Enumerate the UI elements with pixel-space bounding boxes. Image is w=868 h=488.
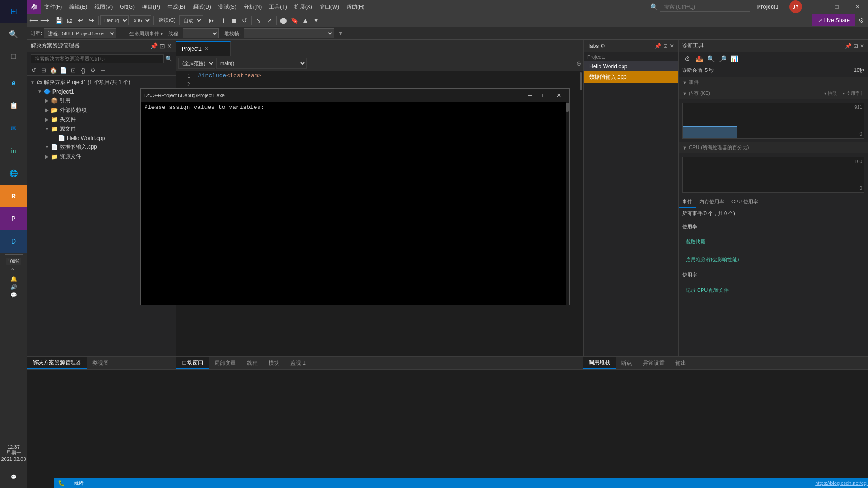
collapse-btn[interactable]: ⊟ (39, 66, 48, 75)
show-files-btn[interactable]: 📄 (59, 66, 68, 75)
refresh-btn[interactable]: ↺ (29, 66, 38, 75)
blog-link[interactable]: https://blog.csdn.net/qq_50662834 (811, 480, 868, 486)
menu-git[interactable]: Git(G) (116, 2, 138, 12)
hello-world-tab-item[interactable]: Hello World.cpp (584, 61, 678, 71)
float-btn[interactable]: ⊡ (160, 42, 165, 50)
member-dropdown[interactable]: main() (216, 58, 307, 69)
expand-references-icon[interactable]: ▶ (43, 98, 51, 103)
nav-down-btn[interactable]: ▼ (311, 15, 321, 25)
menu-view[interactable]: 视图(V) (91, 1, 116, 13)
diag-zoom-out-btn[interactable]: 🔎 (717, 54, 727, 64)
undo-btn[interactable]: ↩ (75, 15, 85, 25)
close-tab-icon[interactable]: ✕ (204, 46, 208, 51)
data-input-tab-item[interactable]: 数据的输入.cpp (584, 71, 678, 83)
debug-status-icon[interactable]: 🐛 (54, 478, 70, 488)
console-close-btn[interactable]: ✕ (552, 90, 566, 101)
save-btn[interactable]: 💾 (54, 15, 64, 25)
bottom-solution-tab[interactable]: 解决方案资源管理器 (27, 357, 87, 369)
menu-edit[interactable]: 编辑(E) (66, 1, 91, 13)
bottom-classview-tab[interactable]: 类视图 (87, 357, 114, 369)
minimize-button[interactable]: ─ (806, 0, 826, 14)
diag-tab-memory[interactable]: 内存使用率 (696, 197, 728, 208)
show-desktop-button[interactable]: 💬 (0, 465, 27, 488)
task-view-button[interactable]: ❑ (0, 45, 27, 68)
console-minimize-btn[interactable]: ─ (523, 90, 537, 101)
locals-tab[interactable]: 局部变量 (209, 357, 241, 369)
config-dropdown[interactable]: Debug (100, 15, 129, 25)
desktop-button[interactable]: D (0, 230, 27, 253)
console-scroll-thumb[interactable] (566, 103, 569, 112)
maximize-button[interactable]: □ (826, 0, 847, 14)
diag-settings-btn[interactable]: ⚙ (682, 54, 692, 64)
auto-dropdown[interactable]: 自动 (179, 15, 203, 25)
close-panel-btn[interactable]: ✕ (167, 42, 172, 50)
continue-btn[interactable]: 继续(C) (156, 15, 179, 25)
minus-btn[interactable]: ─ (99, 66, 108, 75)
vs-button[interactable]: P (0, 207, 27, 230)
auto-window-tab[interactable]: 自动窗口 (176, 357, 209, 369)
watch1-tab[interactable]: 监视 1 (285, 357, 311, 369)
stop-btn[interactable]: ⏹ (229, 15, 239, 25)
expand-sources-icon[interactable]: ▼ (43, 127, 51, 131)
pin-btn[interactable]: 📌 (150, 42, 158, 50)
platform-dropdown[interactable]: x86 (130, 15, 151, 25)
capture-snapshot-btn[interactable]: 截取快照 (682, 237, 864, 247)
solution-root-item[interactable]: ▼ 🗂 解决方案'Project1'(1 个项目/共 1 个) (27, 78, 176, 87)
menu-help[interactable]: 帮助(H) (343, 1, 368, 13)
expand-project-icon[interactable]: ▼ (36, 89, 43, 94)
linkedin-button[interactable]: in (0, 140, 27, 162)
scope-dropdown[interactable]: (全局范围) (178, 58, 215, 69)
editor-scrollbar[interactable] (579, 71, 583, 356)
close-button[interactable]: ✕ (847, 0, 868, 14)
step-out-btn[interactable]: ↗ (264, 15, 274, 25)
tabs-close-btn[interactable]: ✕ (670, 43, 674, 49)
step-over-btn[interactable]: ⏭ (207, 15, 217, 25)
scrollbar-thumb[interactable] (580, 72, 582, 90)
diag-tab-cpu[interactable]: CPU 使用率 (728, 197, 762, 208)
expand-solution-icon[interactable]: ▼ (29, 80, 36, 85)
restart-btn[interactable]: ↺ (240, 15, 250, 25)
todo-button[interactable]: 📋 (0, 94, 27, 117)
step-in-btn[interactable]: ↘ (254, 15, 264, 25)
diag-pin-btn[interactable]: 📌 (845, 43, 852, 49)
redo-btn[interactable]: ↪ (86, 15, 96, 25)
diag-export-btn[interactable]: 📤 (694, 54, 704, 64)
console-scrollbar[interactable] (566, 102, 569, 305)
diag-expand-btn[interactable]: ⊡ (854, 43, 858, 49)
menu-analyze[interactable]: 分析(N) (240, 1, 266, 13)
menu-project[interactable]: 项目(P) (138, 1, 164, 13)
pause-btn[interactable]: ⏸ (218, 15, 228, 25)
code-view-btn[interactable]: {} (79, 66, 88, 75)
edge2-button[interactable]: 🌐 (0, 162, 27, 185)
record-cpu-btn[interactable]: 记录 CPU 配置文件 (682, 286, 864, 295)
settings-btn[interactable]: ⚙ (856, 15, 866, 25)
solution-search-input[interactable] (31, 54, 164, 63)
exception-settings-tab[interactable]: 异常设置 (637, 357, 670, 369)
stack-dropdown[interactable] (244, 28, 334, 38)
diag-zoom-in-btn[interactable]: 🔍 (706, 54, 716, 64)
menu-tools[interactable]: 工具(T) (265, 1, 290, 13)
settings-tree-btn[interactable]: ⚙ (89, 66, 98, 75)
breakpoints-btn[interactable]: ⬤ (278, 15, 288, 25)
bookmark-btn[interactable]: 🔖 (289, 15, 299, 25)
ready-status[interactable]: 就绪 (70, 478, 87, 488)
expand-headers-icon[interactable]: ▶ (43, 117, 51, 122)
windows-start-button[interactable]: ⊞ (0, 0, 27, 23)
console-content[interactable]: Please assign values to variables: (141, 102, 569, 305)
diag-close-btn[interactable]: ✕ (860, 43, 864, 49)
project1-tab[interactable]: Project1 ✕ (176, 41, 231, 56)
heap-analysis-btn[interactable]: 启用堆分析(会影响性能) (682, 255, 864, 264)
diag-tab-events[interactable]: 事件 (679, 197, 696, 208)
user-app-button[interactable]: R (0, 185, 27, 207)
mail-button[interactable]: ✉ (0, 117, 27, 140)
menu-file[interactable]: 文件(F) (41, 1, 66, 13)
live-share-button[interactable]: ↗ Live Share (812, 14, 855, 26)
forward-btn[interactable]: ⟶ (40, 15, 50, 25)
modules-tab[interactable]: 模块 (263, 357, 285, 369)
tabs-pin-btn[interactable]: 📌 (655, 43, 661, 49)
console-maximize-btn[interactable]: □ (538, 90, 551, 101)
expand-extdeps-icon[interactable]: ▶ (43, 108, 51, 113)
thread-dropdown[interactable] (183, 28, 219, 38)
menu-test[interactable]: 测试(S) (215, 1, 240, 13)
callstack-tab[interactable]: 调用堆栈 (583, 357, 616, 369)
